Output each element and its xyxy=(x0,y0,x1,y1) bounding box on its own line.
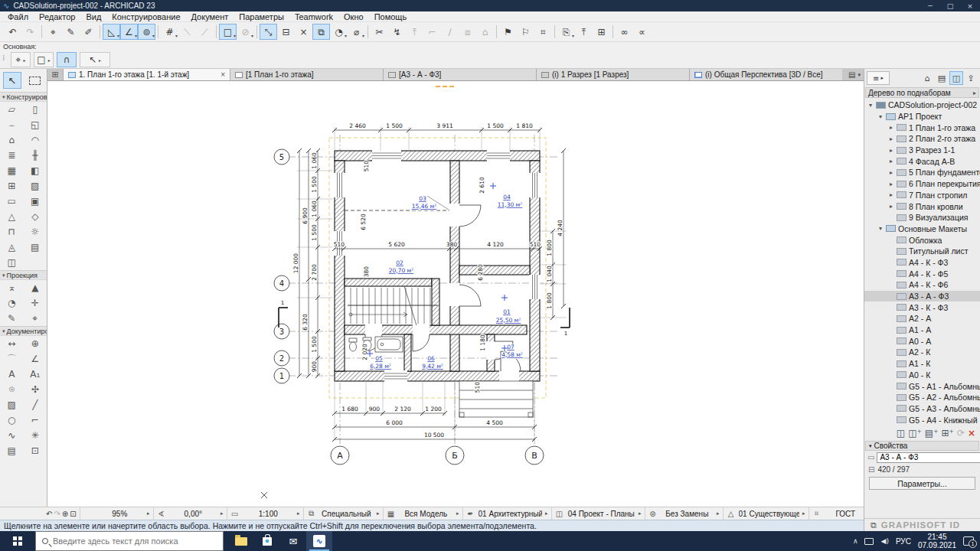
mirror-button[interactable]: ⌀ xyxy=(348,24,365,40)
network-icon[interactable] xyxy=(864,538,874,545)
tree-item[interactable]: А3 - К - Ф3 xyxy=(864,302,980,313)
quick-select-button[interactable]: ⌖ xyxy=(44,24,62,40)
intersect-button[interactable]: ∕ xyxy=(441,24,459,40)
zoom-forward-button[interactable]: ↷ xyxy=(54,510,60,518)
taskbar-store[interactable] xyxy=(254,531,280,551)
toolbar-grip-icon[interactable]: ⁞ xyxy=(2,53,5,63)
parameters-button[interactable]: Параметры... xyxy=(869,477,975,490)
tab-list-icon[interactable]: ▤ xyxy=(848,70,855,79)
figure-tool[interactable]: ▤ xyxy=(0,443,24,458)
favorites-button[interactable]: ⚐ xyxy=(517,24,534,40)
menu-file[interactable]: Файл xyxy=(2,11,34,22)
shell-tool[interactable]: ◠ xyxy=(24,132,47,148)
renovation-filter-control[interactable]: △01 Существующее ... xyxy=(723,507,808,520)
menu-window[interactable]: Окно xyxy=(338,11,369,22)
tab-3d-perspective[interactable]: (i) Общая Перспектива [3D / Все] xyxy=(689,69,842,80)
section-tool[interactable]: ⌅ xyxy=(0,280,24,295)
tree-item[interactable]: ▸ 3 Разрез 1-1 xyxy=(864,145,980,156)
delete-button[interactable]: × xyxy=(968,428,975,439)
update-button[interactable]: ⟳ xyxy=(957,428,965,439)
menu-design[interactable]: Конструирование xyxy=(106,11,185,22)
language-indicator[interactable]: РУС xyxy=(896,537,911,546)
toolbar-button[interactable] xyxy=(554,25,555,38)
new-subset-button[interactable]: ▤⁺ xyxy=(925,428,939,439)
capture-button[interactable]: ⌗ xyxy=(534,24,552,40)
marquee-select-tool[interactable] xyxy=(25,72,44,89)
guidelines-button[interactable]: ∠ xyxy=(120,24,138,40)
graphisoft-id-label[interactable]: GRAPHISOFT ID xyxy=(881,520,960,530)
wall-tool[interactable]: ▱ xyxy=(0,102,24,117)
tree-item[interactable]: Обложка xyxy=(864,234,980,246)
arrow-tool-button[interactable]: ↖ xyxy=(80,52,110,67)
tree-item[interactable]: ▸ 1 План 1-го этажа xyxy=(864,122,980,133)
toolbar-button[interactable] xyxy=(158,25,158,38)
undo-button[interactable]: ↶ xyxy=(4,24,21,40)
polyline-tool[interactable]: ⌐ xyxy=(24,412,47,428)
navigator-header[interactable]: Дерево по поднаборам ▸ xyxy=(865,87,979,98)
copy-settings-button[interactable]: ⎘ xyxy=(557,24,575,40)
camera-tool[interactable]: ⌖ xyxy=(24,311,47,326)
rotate-button[interactable]: ◔ xyxy=(330,24,348,40)
zone-tool[interactable]: ▣ xyxy=(24,194,47,209)
change-tool[interactable]: ⌾ xyxy=(0,382,24,397)
window-tool[interactable]: ⊞ xyxy=(0,178,24,194)
toolbar-button[interactable] xyxy=(368,25,368,38)
grid-element-tool[interactable]: ▤ xyxy=(24,240,47,255)
stair-tool[interactable]: ≣ xyxy=(0,148,24,163)
camera-set-tool[interactable]: ✣ xyxy=(24,382,47,397)
taskbar-explorer[interactable] xyxy=(228,531,254,551)
snap-grid-button[interactable]: # xyxy=(161,24,178,40)
search-input[interactable] xyxy=(53,536,217,546)
partial-structure-control[interactable]: ▦Вся Модель xyxy=(383,507,462,520)
tree-item[interactable]: А0 - А xyxy=(864,335,980,347)
tree-item-project[interactable]: ▾ CADSolution-project-002 xyxy=(864,99,980,111)
tree-item[interactable]: ▸ 2 План 2-го этажа xyxy=(864,133,980,145)
zoom-back-button[interactable]: ↶ xyxy=(46,510,52,518)
beam-tool[interactable]: ⎯ xyxy=(0,117,24,132)
tree-item[interactable]: А1 - А xyxy=(864,324,980,336)
tray-chevron-icon[interactable]: ∧ xyxy=(853,537,858,545)
menu-help[interactable]: Помощь xyxy=(369,11,413,22)
pickup-parameters-button[interactable]: ✎ xyxy=(62,24,80,40)
stairs[interactable] xyxy=(348,286,438,325)
orientation-control[interactable]: ∢0,00° xyxy=(153,507,227,520)
tab-floor-plan-1[interactable]: 1. План 1-го этажа [1. 1-й этаж] × xyxy=(63,69,230,80)
layout-book-button[interactable]: ◫ xyxy=(949,71,963,85)
tab-layout-a3[interactable]: [А3 - А - Ф3] xyxy=(383,69,536,80)
lamp-tool[interactable]: ☼ xyxy=(24,224,47,240)
tree-item[interactable]: G5 - А2 - Альбомный xyxy=(864,392,980,403)
spline-tool[interactable]: ∿ xyxy=(0,428,24,443)
roof-window-tool[interactable]: ◇ xyxy=(24,209,47,224)
taskbar-mail[interactable]: ✉ xyxy=(280,531,306,551)
model-view-options-control[interactable]: ◫04 Проект - Планы xyxy=(551,507,645,520)
taskbar-archicad[interactable]: ∿ xyxy=(306,531,332,551)
tab-close-icon[interactable]: × xyxy=(220,70,225,79)
graphic-overrides-control[interactable]: ⊜Без Замены xyxy=(645,507,723,520)
snap-points-button[interactable]: ⊚ xyxy=(138,24,155,40)
pen-set-control[interactable]: ✒01 Архитектурный... xyxy=(462,507,551,520)
drawing-area[interactable]: 2 460 1 500 3 911 1 500 1 810 510 5 620 … xyxy=(47,81,864,507)
tree-item[interactable]: 9 Визуализация xyxy=(864,212,980,223)
gravity-button[interactable]: ⟍ xyxy=(178,24,196,40)
transfer-settings-button[interactable]: ⤒ xyxy=(575,24,593,40)
move-button[interactable]: ⤡ xyxy=(260,24,277,40)
angle-dimension-tool[interactable]: ∠ xyxy=(24,351,47,367)
menu-options[interactable]: Параметры xyxy=(234,11,289,22)
redo-button[interactable]: ↷ xyxy=(21,24,39,40)
tree-item[interactable]: А4 - К - Ф3 xyxy=(864,257,980,269)
dimension-tool[interactable]: ↔ xyxy=(0,336,24,351)
line-tool[interactable]: ╱ xyxy=(24,397,47,412)
minimize-icon[interactable]: ─ xyxy=(920,2,940,10)
tree-item[interactable]: G5 - А4 - Книжный xyxy=(864,414,980,425)
tree-item[interactable]: Титульный лист xyxy=(864,246,980,257)
text-tool[interactable]: A xyxy=(0,367,24,382)
label-tool[interactable]: A₁ xyxy=(24,367,47,382)
tree-item[interactable]: А2 - А xyxy=(864,313,980,324)
layer-combination-control[interactable]: ⧉Специальный xyxy=(303,507,383,520)
split-button[interactable]: ↯ xyxy=(388,24,406,40)
magnet-button[interactable]: ∩ xyxy=(57,52,77,67)
properties-header[interactable]: ▾ Свойства xyxy=(865,441,979,451)
mesh-tool[interactable]: ◬ xyxy=(0,240,24,255)
tree-item[interactable]: ▸ 5 План фундаментов xyxy=(864,167,980,178)
zoom-level-control[interactable]: 95% xyxy=(80,507,153,520)
